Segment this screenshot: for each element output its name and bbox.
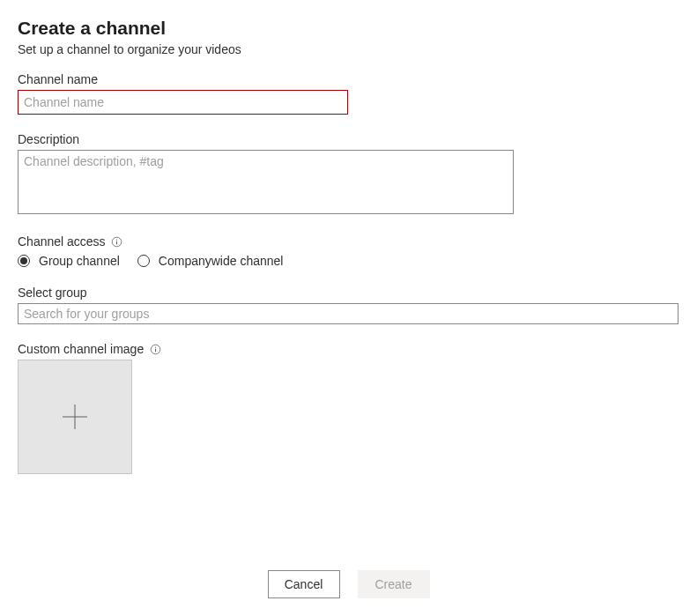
create-button[interactable]: Create [358,570,430,598]
select-group-label: Select group [18,286,679,300]
radio-dot-icon [20,257,27,264]
radio-companywide-channel[interactable]: Companywide channel [137,254,284,268]
channel-name-label: Channel name [18,72,679,86]
svg-point-4 [155,346,156,347]
custom-image-label-row: Custom channel image [18,342,679,356]
select-group-input[interactable] [18,303,678,324]
info-icon[interactable] [111,235,123,248]
page-title: Create a channel [18,18,679,39]
radio-companywide-channel-label: Companywide channel [159,254,284,268]
radio-group-channel-label: Group channel [39,254,120,268]
select-group-field: Select group [18,286,679,324]
channel-name-group: Channel name [18,72,679,115]
channel-name-input[interactable] [18,90,348,115]
button-row: Cancel Create [0,570,697,598]
custom-image-label: Custom channel image [18,342,144,356]
channel-access-label: Channel access [18,234,106,249]
cancel-button[interactable]: Cancel [268,570,340,598]
page-subtitle: Set up a channel to organize your videos [18,42,679,56]
radio-group-channel[interactable]: Group channel [18,254,120,268]
channel-access-group: Channel access Group channel Companywide… [18,234,679,268]
description-group: Description [18,132,679,217]
custom-image-group: Custom channel image [18,342,679,474]
channel-access-label-row: Channel access [18,234,679,249]
description-textarea[interactable] [18,150,514,214]
image-upload-box[interactable] [18,360,132,474]
radio-group: Group channel Companywide channel [18,254,679,268]
svg-point-1 [116,239,117,240]
radio-circle-selected-icon [18,255,30,267]
plus-icon [61,403,89,431]
radio-circle-icon [137,255,150,267]
info-icon[interactable] [149,343,161,355]
description-label: Description [18,132,679,146]
